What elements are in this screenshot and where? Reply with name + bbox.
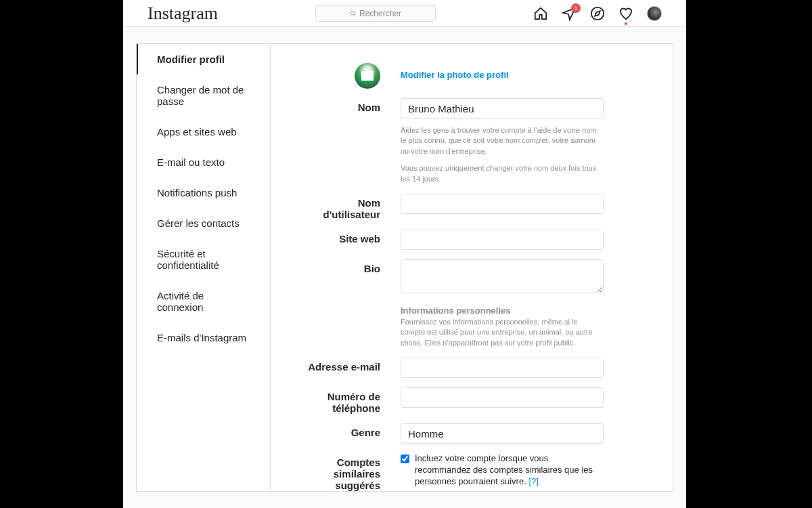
sidebar-item-label: Gérer les contacts xyxy=(157,217,240,229)
sidebar-item-apps-websites[interactable]: Apps et sites web xyxy=(137,117,270,147)
search-icon xyxy=(350,10,357,17)
name-input[interactable] xyxy=(401,98,604,119)
phone-input[interactable] xyxy=(401,387,604,408)
sidebar-item-label: E-mails d'Instagram xyxy=(157,332,246,343)
home-icon[interactable] xyxy=(533,6,548,21)
letterbox-right xyxy=(686,0,812,508)
sidebar-item-label: Activité de connexion xyxy=(157,290,204,313)
top-nav: Instagram Rechercher 1 xyxy=(123,0,686,27)
sidebar-item-edit-profile[interactable]: Modifier profil xyxy=(137,44,270,75)
name-help-1: Aidez les gens à trouver votre compte à … xyxy=(401,125,604,156)
label-phone: Numéro de téléphone xyxy=(300,387,401,414)
svg-point-2 xyxy=(591,7,604,19)
settings-form: Modifier la photo de profil Nom Aidez le… xyxy=(271,44,673,491)
sidebar-item-label: Apps et sites web xyxy=(157,126,237,137)
profile-avatar-nav[interactable] xyxy=(647,6,662,21)
change-photo-link[interactable]: Modifier la photo de profil xyxy=(401,70,509,80)
sidebar-item-emails-instagram[interactable]: E-mails d'Instagram xyxy=(137,322,270,353)
letterbox-left xyxy=(0,0,123,508)
svg-line-1 xyxy=(354,14,355,16)
similar-help-text: Incluez votre compte lorsque vous recomm… xyxy=(415,453,593,486)
sidebar-item-label: Changer de mot de passe xyxy=(157,84,244,107)
sidebar-item-privacy-security[interactable]: Sécurité et confidentialité xyxy=(137,238,270,280)
email-input[interactable] xyxy=(401,358,604,378)
search-placeholder: Rechercher xyxy=(359,9,401,18)
messages-badge: 1 xyxy=(571,3,581,13)
sidebar-item-email-sms[interactable]: E-mail ou texto xyxy=(137,147,270,177)
svg-point-0 xyxy=(351,11,355,15)
label-gender: Genre xyxy=(300,423,401,444)
similar-accounts-text: Incluez votre compte lorsque vous recomm… xyxy=(415,453,604,488)
label-username: Nom d'utilisateur xyxy=(300,194,401,220)
sidebar-item-login-activity[interactable]: Activité de connexion xyxy=(137,280,270,322)
bio-input[interactable] xyxy=(401,259,604,293)
sidebar-item-push-notifications[interactable]: Notifications push xyxy=(137,177,270,208)
settings-sidebar: Modifier profil Changer de mot de passe … xyxy=(137,44,271,491)
sidebar-item-manage-contacts[interactable]: Gérer les contacts xyxy=(137,208,270,238)
explore-icon[interactable] xyxy=(590,6,605,21)
username-input[interactable] xyxy=(401,194,604,214)
similar-help-link[interactable]: [?] xyxy=(528,476,538,486)
sidebar-item-change-password[interactable]: Changer de mot de passe xyxy=(137,75,270,117)
sidebar-item-label: E-mail ou texto xyxy=(157,156,225,168)
sidebar-item-label: Sécurité et confidentialité xyxy=(157,248,219,271)
label-similar: Comptes similaires suggérés xyxy=(300,453,401,491)
settings-panel: Modifier profil Changer de mot de passe … xyxy=(136,43,673,492)
brand-logo[interactable]: Instagram xyxy=(148,3,218,24)
activity-dot xyxy=(625,22,627,25)
label-email: Adresse e-mail xyxy=(300,358,401,378)
sidebar-item-label: Notifications push xyxy=(157,187,237,198)
similar-accounts-checkbox[interactable] xyxy=(401,454,409,463)
gender-input[interactable] xyxy=(401,423,604,444)
label-bio: Bio xyxy=(300,259,401,296)
label-website: Site web xyxy=(300,230,401,250)
personal-info-body: Fournissez vos informations personnelles… xyxy=(401,317,604,348)
sidebar-item-label: Modifier profil xyxy=(157,54,225,65)
website-input[interactable] xyxy=(401,230,604,250)
label-name: Nom xyxy=(300,98,401,184)
name-help-2: Vous pouvez uniquement changer votre nom… xyxy=(401,163,604,184)
svg-marker-3 xyxy=(595,11,600,16)
profile-photo[interactable] xyxy=(355,63,380,89)
activity-icon[interactable] xyxy=(618,6,633,21)
search-input[interactable]: Rechercher xyxy=(315,5,436,22)
personal-info-title: Informations personnelles xyxy=(401,305,604,316)
messages-icon[interactable]: 1 xyxy=(562,6,577,21)
